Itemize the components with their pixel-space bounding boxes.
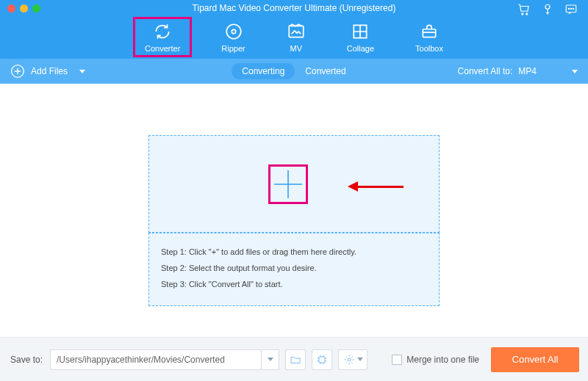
feedback-icon[interactable] [564, 3, 578, 16]
output-format-select[interactable]: MP4 [518, 66, 578, 76]
svg-point-2 [545, 4, 550, 9]
cycle-icon [153, 22, 172, 41]
svg-point-1 [526, 13, 528, 15]
convert-all-button[interactable]: Convert All [491, 347, 579, 372]
tab-toolbox[interactable]: Toolbox [411, 21, 448, 54]
main-tabs: Converter Ripper MV Collage Toolbox [140, 21, 448, 54]
toolbox-icon [420, 22, 439, 41]
svg-point-7 [226, 24, 241, 39]
step-text: Step 1: Click "+" to add files or drag t… [161, 244, 427, 260]
segment-converting[interactable]: Converting [232, 63, 295, 79]
save-path-dropdown[interactable] [262, 349, 279, 370]
tab-label: Toolbox [415, 44, 443, 53]
settings-button[interactable] [338, 349, 368, 370]
merge-into-one-file-checkbox[interactable]: Merge into one file [392, 355, 479, 365]
gpu-accel-button[interactable] [312, 349, 332, 370]
header-actions [517, 3, 578, 16]
top-nav: Converter Ripper MV Collage Toolbox [0, 16, 588, 59]
chevron-down-icon [79, 70, 85, 73]
tab-label: Ripper [221, 44, 245, 53]
convert-all-to-label: Convert All to: [458, 66, 513, 76]
main-area: Step 1: Click "+" to add files or drag t… [0, 84, 588, 336]
step-text: Step 3: Click "Convert All" to start. [161, 276, 427, 292]
image-icon [287, 22, 306, 41]
svg-rect-13 [319, 357, 325, 363]
tab-collage[interactable]: Collage [343, 21, 379, 54]
tab-label: Converter [145, 44, 180, 53]
tab-mv[interactable]: MV [282, 21, 310, 54]
svg-point-8 [232, 29, 235, 33]
tab-label: MV [290, 44, 302, 53]
svg-point-4 [568, 8, 569, 9]
annotation-arrow [348, 181, 404, 192]
key-icon[interactable] [541, 3, 554, 16]
save-path-value: /Users/ihappyacethinker/Movies/Converted [57, 355, 225, 365]
checkbox-icon [392, 355, 402, 365]
open-folder-button[interactable] [285, 349, 306, 370]
svg-rect-11 [423, 29, 435, 37]
merge-label: Merge into one file [406, 355, 479, 365]
step-text: Step 2: Select the output format you des… [161, 260, 427, 276]
svg-point-6 [573, 8, 573, 9]
folder-icon [290, 354, 301, 366]
segment-converted[interactable]: Converted [295, 63, 356, 79]
tab-ripper[interactable]: Ripper [217, 21, 249, 54]
gear-icon [343, 354, 355, 366]
titlebar: Tipard Mac Video Converter Ultimate (Unr… [0, 0, 588, 16]
svg-point-14 [348, 358, 351, 361]
plus-circle-icon [10, 64, 25, 79]
tab-label: Collage [347, 44, 374, 53]
convert-all-to: Convert All to: MP4 [458, 66, 578, 76]
chevron-down-icon [268, 358, 273, 361]
chevron-down-icon [572, 70, 578, 73]
sub-toolbar: Add Files Converting Converted Convert A… [0, 59, 588, 84]
svg-point-5 [570, 8, 571, 9]
save-path-field[interactable]: /Users/ihappyacethinker/Movies/Converted [50, 349, 262, 370]
disc-icon [224, 22, 243, 41]
grid-icon [351, 22, 370, 41]
chip-icon [316, 354, 328, 366]
plus-icon[interactable] [273, 169, 304, 200]
dropzone[interactable] [148, 135, 440, 233]
tab-converter[interactable]: Converter [140, 21, 184, 54]
chevron-down-icon [357, 358, 363, 361]
cart-icon[interactable] [517, 3, 531, 16]
bottom-bar: Save to: /Users/ihappyacethinker/Movies/… [0, 337, 588, 381]
window-title: Tipard Mac Video Converter Ultimate (Unr… [0, 3, 588, 13]
add-files-label: Add Files [31, 66, 68, 76]
save-to-label: Save to: [10, 355, 43, 365]
svg-point-0 [522, 13, 523, 15]
convert-all-button-label: Convert All [512, 354, 559, 365]
selected-format: MP4 [518, 66, 537, 76]
add-files-button[interactable]: Add Files [10, 64, 85, 79]
instruction-steps: Step 1: Click "+" to add files or drag t… [148, 233, 440, 306]
annotation-highlight-plus [268, 164, 308, 204]
